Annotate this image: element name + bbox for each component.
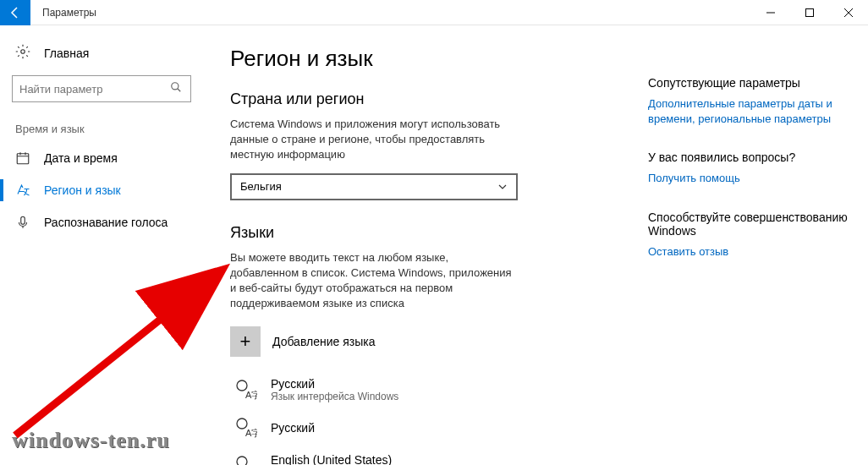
language-name: Русский [271, 421, 315, 435]
page-title: Регион и язык [230, 46, 621, 72]
minimize-button[interactable] [751, 0, 790, 25]
sidebar-item-speech[interactable]: Распознавание голоса [0, 206, 203, 238]
languages-description: Вы можете вводить текст на любом языке, … [230, 250, 518, 312]
language-sub: Язык интерфейса Windows [271, 391, 398, 402]
maximize-icon [805, 8, 814, 17]
gear-icon [15, 44, 32, 62]
language-item[interactable]: A字 Русский [230, 409, 518, 446]
svg-point-9 [237, 457, 247, 465]
maximize-button[interactable] [790, 0, 829, 25]
svg-point-2 [172, 83, 179, 90]
language-globe-icon: A字 [233, 378, 257, 402]
add-language-button[interactable]: + Добавление языка [230, 321, 518, 362]
sidebar-item-label: Дата и время [44, 151, 118, 165]
chevron-down-icon [497, 182, 508, 192]
help-title: У вас появились вопросы? [648, 150, 851, 164]
language-name: Русский [271, 377, 398, 391]
help-link[interactable]: Получить помощь [648, 171, 851, 186]
language-item[interactable]: A字 English (United States) Установлен яз… [230, 446, 518, 465]
window-controls [751, 0, 868, 25]
svg-text:A字: A字 [245, 428, 257, 438]
svg-text:A字: A字 [245, 390, 257, 400]
right-panel: Сопутствующие параметры Дополнительные п… [648, 25, 868, 465]
main-content: Регион и язык Страна или регион Система … [203, 25, 648, 465]
sidebar-item-label: Регион и язык [44, 183, 121, 197]
country-value: Бельгия [240, 180, 497, 193]
language-name: English (United States) [271, 453, 401, 465]
sidebar-item-region[interactable]: Регион и язык [0, 174, 203, 206]
sidebar-item-datetime[interactable]: Дата и время [0, 142, 203, 174]
feedback-title: Способствуйте совершенствованию Windows [648, 211, 851, 238]
svg-rect-0 [806, 8, 814, 16]
search-input[interactable] [19, 83, 170, 96]
plus-icon: + [230, 326, 261, 357]
country-section-title: Страна или регион [230, 90, 621, 108]
svg-rect-3 [17, 154, 29, 164]
arrow-left-icon [8, 6, 22, 19]
svg-point-1 [21, 50, 25, 54]
back-button[interactable] [0, 0, 30, 25]
sidebar-item-label: Распознавание голоса [44, 216, 168, 229]
feedback-link[interactable]: Оставить отзыв [648, 244, 851, 260]
add-language-label: Добавление языка [272, 335, 376, 348]
close-button[interactable] [829, 0, 868, 25]
country-dropdown[interactable]: Бельгия [230, 173, 518, 200]
related-title: Сопутствующие параметры [648, 76, 851, 90]
country-description: Система Windows и приложения могут испол… [230, 117, 518, 163]
sidebar: Главная Время и язык Дата и время Регион… [0, 25, 203, 465]
language-globe-icon: A字 [233, 416, 257, 440]
sidebar-section-label: Время и язык [0, 112, 203, 142]
sidebar-home-label: Главная [44, 46, 89, 60]
window-title: Параметры [42, 7, 96, 19]
clock-icon [15, 150, 32, 166]
watermark: windows-ten.ru [12, 428, 170, 453]
language-globe-icon: A字 [233, 454, 257, 465]
search-icon [170, 81, 184, 96]
microphone-icon [15, 215, 32, 230]
related-link[interactable]: Дополнительные параметры даты и времени,… [648, 96, 851, 127]
sidebar-home[interactable]: Главная [0, 37, 203, 68]
titlebar: Параметры [0, 0, 868, 25]
language-item[interactable]: A字 Русский Язык интерфейса Windows [230, 370, 518, 409]
svg-rect-4 [21, 216, 25, 224]
languages-section-title: Языки [230, 224, 621, 242]
close-icon [844, 8, 853, 17]
search-box[interactable] [12, 75, 191, 102]
language-icon [15, 183, 32, 198]
minimize-icon [766, 8, 775, 17]
